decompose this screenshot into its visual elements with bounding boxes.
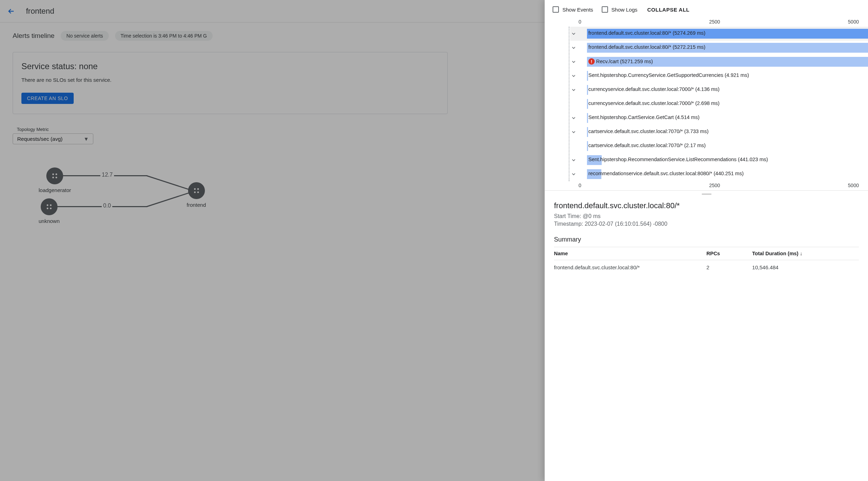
span-track: frontend.default.svc.cluster.local:80/* … — [577, 43, 868, 53]
span-track: Sent.hipstershop.CurrencyService.GetSupp… — [577, 71, 868, 81]
axis-tick: 5000 — [848, 183, 859, 188]
span-track: !Recv./cart (5271.259 ms) — [577, 57, 868, 67]
svg-point-5 — [50, 204, 52, 206]
panel-resize-handle[interactable] — [545, 191, 868, 198]
span-bar — [587, 127, 588, 137]
span-label: Sent.hipstershop.CurrencyService.GetSupp… — [588, 72, 749, 78]
service-status-card: Service status: none There are no SLOs s… — [13, 52, 448, 114]
chevron-down-icon[interactable] — [570, 115, 577, 121]
page-title: frontend — [26, 7, 54, 16]
chevron-down-icon[interactable] — [570, 87, 577, 93]
span-label: cartservice.default.svc.cluster.local:70… — [588, 129, 709, 134]
time-selection-pill[interactable]: Time selection is 3:46 PM to 4:46 PM G — [115, 31, 213, 41]
edge-bottom-label: 0.0 — [102, 203, 112, 209]
span-bar — [587, 99, 588, 109]
span-label: !Recv./cart (5271.259 ms) — [588, 58, 653, 65]
span-label: Sent.hipstershop.RecommendationService.L… — [588, 157, 768, 162]
span-row[interactable]: Sent.hipstershop.RecommendationService.L… — [570, 153, 868, 167]
service-status-heading: Service status: none — [21, 61, 439, 71]
axis-tick: 2500 — [709, 183, 720, 188]
chevron-down-icon[interactable] — [570, 129, 577, 135]
span-label: frontend.default.svc.cluster.local:80/* … — [588, 44, 706, 50]
topology-metric-select[interactable]: Requests/sec (avg) ▼ — [13, 133, 93, 144]
summary-table: Name RPCs Total Duration (ms)↓ frontend.… — [554, 247, 859, 275]
chevron-down-icon[interactable] — [570, 73, 577, 79]
edge-top-label: 12.7 — [100, 172, 114, 178]
node-loadgenerator[interactable]: loadgenerator — [39, 167, 71, 193]
axis-tick: 5000 — [848, 19, 859, 25]
trace-toolbar: Show Events Show Logs COLLAPSE ALL — [545, 0, 868, 19]
collapse-all-button[interactable]: COLLAPSE ALL — [647, 7, 689, 13]
summary-heading: Summary — [554, 236, 859, 243]
span-row[interactable]: currencyservice.default.svc.cluster.loca… — [570, 83, 868, 97]
svg-point-0 — [52, 173, 54, 175]
span-bar — [587, 113, 588, 123]
span-label: Sent.hipstershop.CartService.GetCart (4.… — [588, 114, 700, 120]
checkbox-box-icon — [553, 6, 559, 13]
svg-point-2 — [52, 177, 54, 178]
svg-point-7 — [50, 207, 52, 209]
svg-point-3 — [55, 177, 57, 178]
span-row[interactable]: Sent.hipstershop.CartService.GetCart (4.… — [570, 111, 868, 125]
trace-tree-guideline — [569, 27, 569, 181]
topology-metric-value: Requests/sec (avg) — [17, 136, 62, 142]
span-label: frontend.default.svc.cluster.local:80/* … — [588, 30, 706, 36]
span-bar — [587, 71, 588, 81]
span-detail: frontend.default.svc.cluster.local:80/* … — [545, 198, 868, 275]
svg-point-11 — [197, 191, 199, 193]
show-logs-checkbox[interactable]: Show Logs — [602, 6, 637, 13]
service-status-subtext: There are no SLOs set for this service. — [21, 77, 439, 83]
span-row[interactable]: recommendationservice.default.svc.cluste… — [570, 167, 868, 181]
span-track: Sent.hipstershop.RecommendationService.L… — [577, 155, 868, 165]
axis-bottom: 0 2500 5000 — [545, 183, 868, 188]
chevron-down-icon[interactable] — [570, 45, 577, 51]
span-label: recommendationservice.default.svc.cluste… — [588, 171, 743, 176]
node-unknown[interactable]: unknown — [39, 198, 60, 224]
checkbox-box-icon — [602, 6, 608, 13]
error-icon: ! — [588, 58, 595, 65]
summary-col-duration[interactable]: Total Duration (ms)↓ — [752, 247, 859, 260]
summary-col-rpcs[interactable]: RPCs — [707, 247, 752, 260]
axis-tick: 0 — [579, 183, 581, 188]
no-alerts-pill: No service alerts — [61, 31, 108, 41]
span-track: recommendationservice.default.svc.cluste… — [577, 169, 868, 179]
svg-point-9 — [197, 188, 199, 190]
span-track: Sent.hipstershop.CartService.GetCart (4.… — [577, 113, 868, 123]
span-row[interactable]: currencyservice.default.svc.cluster.loca… — [570, 97, 868, 111]
span-detail-meta: Start Time: @0 ms Timestamp: 2023-02-07 … — [554, 212, 859, 228]
span-row[interactable]: !Recv./cart (5271.259 ms) — [570, 55, 868, 69]
span-track: cartservice.default.svc.cluster.local:70… — [577, 127, 868, 137]
span-bar — [587, 141, 588, 151]
span-row[interactable]: frontend.default.svc.cluster.local:80/* … — [570, 27, 868, 41]
chevron-down-icon[interactable] — [570, 31, 577, 37]
svg-point-4 — [47, 204, 48, 206]
span-track: cartservice.default.svc.cluster.local:70… — [577, 141, 868, 151]
summary-row[interactable]: frontend.default.svc.cluster.local:80/* … — [554, 260, 859, 275]
create-slo-button[interactable]: CREATE AN SLO — [21, 93, 74, 104]
span-track: currencyservice.default.svc.cluster.loca… — [577, 85, 868, 95]
axis-tick: 2500 — [709, 19, 720, 25]
span-row[interactable]: cartservice.default.svc.cluster.local:70… — [570, 139, 868, 153]
chevron-down-icon[interactable] — [570, 171, 577, 177]
back-arrow-icon[interactable] — [7, 7, 15, 15]
summary-col-name[interactable]: Name — [554, 247, 707, 260]
span-row[interactable]: cartservice.default.svc.cluster.local:70… — [570, 125, 868, 139]
svg-point-10 — [194, 191, 196, 193]
span-label: cartservice.default.svc.cluster.local:70… — [588, 143, 706, 148]
node-frontend[interactable]: frontend — [187, 182, 206, 208]
span-detail-title: frontend.default.svc.cluster.local:80/* — [554, 201, 859, 210]
axis-top: 0 2500 5000 — [545, 19, 868, 25]
span-label: currencyservice.default.svc.cluster.loca… — [588, 100, 720, 106]
span-label: currencyservice.default.svc.cluster.loca… — [588, 86, 720, 92]
trace-panel: Show Events Show Logs COLLAPSE ALL 0 250… — [545, 0, 868, 481]
show-events-checkbox[interactable]: Show Events — [553, 6, 593, 13]
chevron-down-icon[interactable] — [570, 59, 577, 65]
chevron-down-icon[interactable] — [570, 157, 577, 163]
span-row[interactable]: Sent.hipstershop.CurrencyService.GetSupp… — [570, 69, 868, 83]
edge-bottom-diag — [147, 192, 189, 207]
axis-tick: 0 — [579, 19, 581, 25]
edge-top-diag — [147, 175, 189, 190]
svg-point-8 — [194, 188, 196, 190]
span-row[interactable]: frontend.default.svc.cluster.local:80/* … — [570, 41, 868, 55]
sort-desc-icon: ↓ — [800, 251, 802, 256]
